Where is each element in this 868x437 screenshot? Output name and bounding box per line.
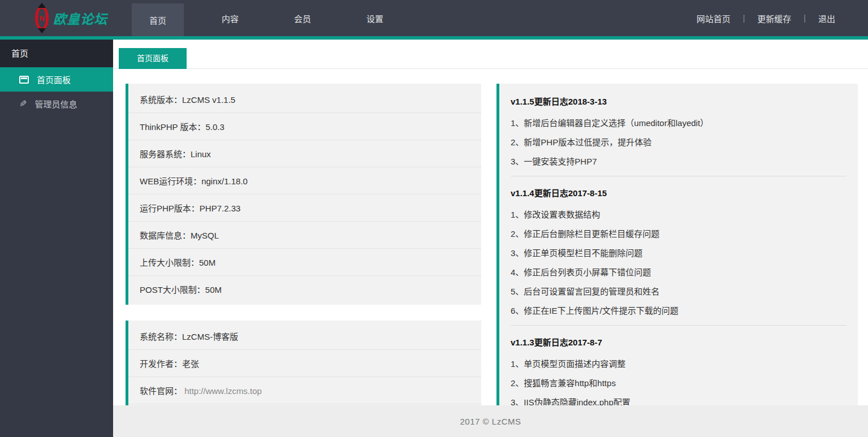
logo[interactable]: N 欧皇论坛 [0,0,122,36]
about-row: 系统名称：LzCMS-博客版 [128,323,481,350]
tab-home-panel[interactable]: 首页面板 [119,48,187,69]
about-row-label: 软件官网： [140,386,182,396]
navbar-quick-links: 网站首页 | 更新缓存 | 退出 [697,0,868,36]
system-info-row: 系统版本：LzCMS v1.1.5 [128,86,481,113]
nav-item-home[interactable]: 首页 [132,3,184,36]
changelog-item: 5、后台可设置留言回复的管理员和姓名 [511,285,847,297]
system-info-row: 服务器系统：Linux [128,140,481,167]
system-info-row: 上传大小限制：50M [128,249,481,276]
sidebar-header: 首页 [0,40,113,67]
copyright-text: 2017 © LzCMS [460,417,521,426]
sidebar: 首页 首页面板 ✎ 管理员信息 [0,40,113,437]
left-column: 系统版本：LzCMS v1.1.5 ThinkPHP 版本：5.0.3 服务器系… [126,84,481,405]
tab-bar: 首页面板 [113,40,868,69]
nav-item-content[interactable]: 内容 [194,0,266,36]
changelog-panel: v1.1.5更新日志2018-3-13 1、新增后台编辑器自定义选择（umedi… [496,84,858,405]
sidebar-item-label: 首页面板 [37,73,71,85]
main-nav: 首页 内容 会员 设置 [122,0,411,36]
main-content: 首页面板 系统版本：LzCMS v1.1.5 ThinkPHP 版本：5.0.3… [113,40,868,437]
changelog-section: v1.1.5更新日志2018-3-13 1、新增后台编辑器自定义选择（umedi… [511,85,847,176]
system-info-panel: 系统版本：LzCMS v1.1.5 ThinkPHP 版本：5.0.3 服务器系… [126,84,481,305]
sidebar-item-label: 管理员信息 [34,98,77,110]
window-icon [19,76,29,84]
changelog-item: 1、修改设置表数据结构 [511,208,847,220]
sidebar-item-home-panel[interactable]: 首页面板 [0,67,113,92]
about-row: 软件官网： http://www.lzcms.top [128,377,481,404]
logout-link[interactable]: 退出 [818,12,835,24]
nav-item-members[interactable]: 会员 [266,0,339,36]
about-panel: 系统名称：LzCMS-博客版 开发作者：老张 软件官网： http://www.… [126,321,481,405]
right-column: v1.1.5更新日志2018-3-13 1、新增后台编辑器自定义选择（umedi… [496,84,858,405]
system-info-row: 数据库信息：MySQL [128,222,481,249]
logo-text: 欧皇论坛 [53,8,107,28]
changelog-item: 3、修正单页模型栏目不能删除问题 [511,246,847,258]
refresh-cache-link[interactable]: 更新缓存 [757,12,791,24]
site-home-link[interactable]: 网站首页 [697,12,731,24]
about-row: 开发作者：老张 [128,350,481,377]
changelog-item: 3、IIS伪静态隐藏index.php配置 [511,396,847,405]
changelog-item: 2、新增PHP版本过低提示，提升体验 [511,136,847,148]
system-info-row: WEB运行环境：nginx/1.18.0 [128,167,481,194]
changelog-item: 2、修正后台删除栏目更新栏目缓存问题 [511,227,847,239]
sidebar-item-admin-info[interactable]: ✎ 管理员信息 [0,92,113,116]
separator: | [804,14,806,23]
changelog-item: 1、新增后台编辑器自定义选择（umeditor和layedit） [511,116,847,128]
system-info-row: POST大小限制：50M [128,276,481,302]
content-area: 系统版本：LzCMS v1.1.5 ThinkPHP 版本：5.0.3 服务器系… [113,69,868,405]
changelog-item: 2、搜狐畅言兼容http和https [511,377,847,388]
changelog-item: 3、一键安装支持PHP7 [511,155,847,167]
changelog-section: v1.1.3更新日志2017-8-7 1、单页模型页面描述内容调整 2、搜狐畅言… [511,326,847,405]
changelog-section: v1.1.4更新日志2017-8-15 1、修改设置表数据结构 2、修正后台删除… [511,176,847,326]
changelog-title: v1.1.4更新日志2017-8-15 [511,187,847,198]
changelog-item: 1、单页模型页面描述内容调整 [511,357,847,369]
system-info-row: ThinkPHP 版本：5.0.3 [128,113,481,140]
changelog-title: v1.1.5更新日志2018-3-13 [511,95,847,107]
system-info-row: 运行PHP版本：PHP7.2.33 [128,194,481,222]
official-site-link[interactable]: http://www.lzcms.top [184,386,262,396]
changelog-title: v1.1.3更新日志2017-8-7 [511,336,847,348]
logo-icon: N [35,6,49,31]
changelog-item: 6、修正在IE下上传图片/文件提示下载的问题 [511,304,847,316]
separator: | [743,14,745,23]
pencil-icon: ✎ [19,98,27,109]
admin-app: N 欧皇论坛 首页 内容 会员 设置 网站首页 | 更新缓存 | 退出 首页 首… [0,0,868,437]
top-navbar: N 欧皇论坛 首页 内容 会员 设置 网站首页 | 更新缓存 | 退出 [0,0,868,36]
nav-item-settings[interactable]: 设置 [339,0,411,36]
changelog-item: 4、修正后台列表页小屏幕下错位问题 [511,266,847,278]
page-footer: 2017 © LzCMS [113,405,868,437]
